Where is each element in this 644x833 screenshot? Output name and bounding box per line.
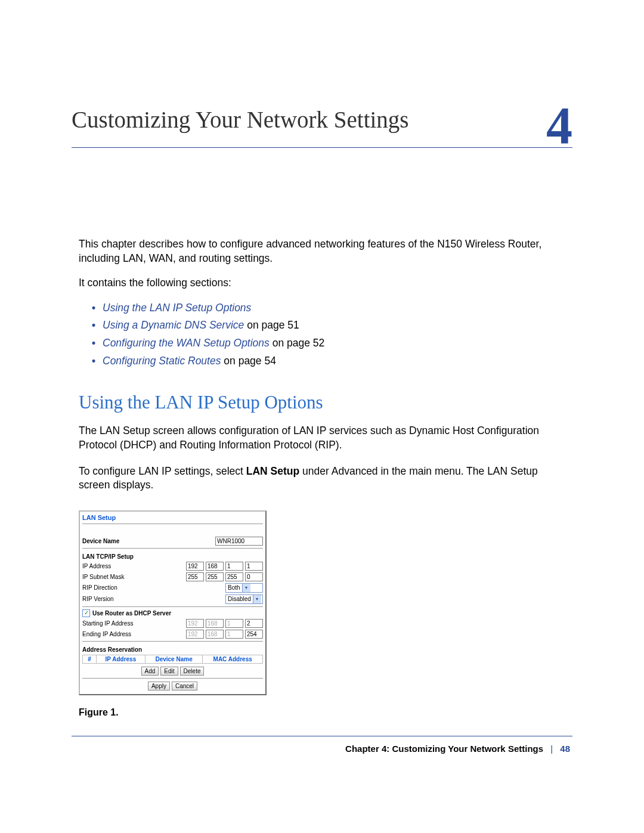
start-ip-octet-1	[186, 619, 204, 628]
rip-direction-select[interactable]: Both ▾	[225, 583, 263, 593]
section-heading: Using the LAN IP Setup Options	[79, 392, 572, 413]
delete-button[interactable]: Delete	[180, 667, 205, 676]
table-header-mac: MAC Address	[203, 655, 263, 663]
toc-suffix: on page 54	[221, 355, 275, 367]
table-header-device: Device Name	[145, 655, 203, 663]
subnet-label: IP Subnet Mask	[82, 574, 186, 580]
chapter-title: Customizing Your Network Settings	[72, 107, 572, 148]
text-span: To configure LAN IP settings, select	[79, 465, 246, 477]
start-ip-octet-3	[225, 619, 243, 628]
start-ip-octet-2	[206, 619, 224, 628]
edit-button[interactable]: Edit	[160, 667, 178, 676]
toc-item: Configuring the WAN Setup Options on pag…	[92, 336, 572, 351]
table-header-num: #	[83, 655, 97, 663]
dhcp-label: Use Router as DHCP Server	[92, 610, 263, 617]
chapter-number: 4	[546, 95, 572, 156]
end-ip-octet-2	[206, 630, 224, 639]
intro-paragraph-1: This chapter describes how to configure …	[79, 237, 572, 265]
subnet-octet-3[interactable]	[225, 572, 243, 581]
device-name-input[interactable]	[215, 537, 263, 546]
starting-ip-label: Starting IP Address	[82, 620, 186, 627]
table-header-ip: IP Address	[97, 655, 145, 663]
divider	[82, 641, 263, 642]
chevron-down-icon: ▾	[242, 584, 250, 592]
ending-ip-label: Ending IP Address	[82, 631, 186, 637]
toc-link[interactable]: Using the LAN IP Setup Options	[103, 302, 251, 314]
toc-link[interactable]: Using a Dynamic DNS Service	[103, 319, 244, 331]
end-ip-octet-1	[186, 630, 204, 639]
ip-octet-4[interactable]	[245, 562, 263, 571]
end-ip-octet-4[interactable]	[245, 630, 263, 639]
ip-octet-1[interactable]	[186, 562, 204, 571]
footer-divider	[72, 736, 572, 736]
intro-paragraph-2: It contains the following sections:	[79, 276, 572, 290]
apply-button[interactable]: Apply	[148, 682, 170, 690]
chevron-down-icon: ▾	[253, 595, 261, 603]
tcpip-group-title: LAN TCP/IP Setup	[82, 553, 263, 560]
start-ip-octet-4[interactable]	[245, 619, 263, 628]
divider	[82, 678, 263, 679]
panel-title: LAN Setup	[82, 514, 263, 521]
select-value: Disabled	[226, 596, 253, 602]
reservation-title: Address Reservation	[82, 646, 263, 653]
figure-caption: Figure 1.	[79, 707, 572, 718]
lan-setup-panel: LAN Setup Device Name LAN TCP/IP Setup I…	[79, 510, 267, 695]
toc-item: Using the LAN IP Setup Options	[92, 301, 572, 315]
ip-octet-2[interactable]	[206, 562, 224, 571]
subnet-octet-2[interactable]	[206, 572, 224, 581]
toc-suffix: on page 52	[270, 337, 324, 349]
section-paragraph-2: To configure LAN IP settings, select LAN…	[79, 465, 565, 493]
rip-version-select[interactable]: Disabled ▾	[225, 594, 263, 604]
bold-text: LAN Setup	[246, 465, 299, 477]
toc-item: Using a Dynamic DNS Service on page 51	[92, 318, 572, 333]
subnet-octet-1[interactable]	[186, 572, 204, 581]
rip-version-label: RIP Version	[82, 596, 225, 602]
footer-text: Chapter 4: Customizing Your Network Sett…	[345, 744, 543, 754]
toc-item: Configuring Static Routes on page 54	[92, 354, 572, 368]
footer-separator: |	[546, 744, 558, 754]
end-ip-octet-3	[225, 630, 243, 639]
toc-link[interactable]: Configuring the WAN Setup Options	[103, 337, 270, 349]
subnet-octet-4[interactable]	[245, 572, 263, 581]
divider	[82, 524, 263, 524]
toc-suffix: on page 51	[244, 319, 299, 331]
page-footer: Chapter 4: Customizing Your Network Sett…	[72, 744, 572, 754]
rip-direction-label: RIP Direction	[82, 584, 225, 591]
ip-address-label: IP Address	[82, 563, 186, 569]
dhcp-checkbox[interactable]: ✓	[82, 609, 90, 617]
select-value: Both	[226, 584, 242, 591]
toc-link[interactable]: Configuring Static Routes	[103, 355, 221, 367]
ip-octet-3[interactable]	[225, 562, 243, 571]
add-button[interactable]: Add	[141, 667, 159, 676]
device-name-label: Device Name	[82, 538, 215, 544]
section-paragraph-1: The LAN Setup screen allows configuratio…	[79, 424, 565, 452]
toc-list: Using the LAN IP Setup Options Using a D…	[79, 301, 572, 368]
reservation-table: # IP Address Device Name MAC Address	[82, 655, 263, 664]
intro-block: This chapter describes how to configure …	[79, 237, 572, 368]
divider	[82, 606, 263, 607]
cancel-button[interactable]: Cancel	[172, 682, 197, 690]
divider	[82, 548, 263, 549]
figure-wrap: LAN Setup Device Name LAN TCP/IP Setup I…	[79, 510, 572, 695]
page-number: 48	[560, 744, 570, 754]
